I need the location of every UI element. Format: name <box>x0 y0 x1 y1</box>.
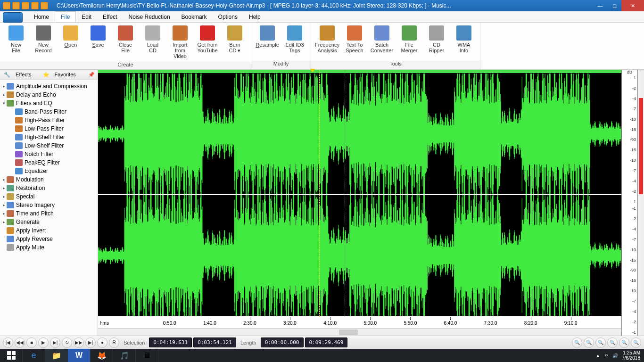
expand-icon[interactable]: ▾ <box>1 101 7 106</box>
tab-edit[interactable]: Edit <box>76 12 97 22</box>
ripper-button[interactable]: CDRipper <box>423 25 450 54</box>
tray-flag-icon[interactable]: 🏳 <box>604 353 609 358</box>
tree-node[interactable]: ▾Filters and EQ <box>1 99 97 107</box>
scrollbar-thumb[interactable] <box>339 329 358 335</box>
expand-icon[interactable]: ▸ <box>1 211 7 216</box>
transport-button-5[interactable]: ↻ <box>62 337 72 348</box>
tree-node[interactable]: ▸Stereo Imagery <box>1 201 97 209</box>
channel-right[interactable] <box>98 195 621 317</box>
tray-volume-icon[interactable]: 🔊 <box>612 353 618 358</box>
tree-node[interactable]: Low-Pass Filter <box>1 124 97 133</box>
tree-node[interactable]: ▸Amplitude and Compression <box>1 82 97 90</box>
transport-button-1[interactable]: ◀◀ <box>15 337 25 348</box>
wma-button[interactable]: WMAInfo <box>451 25 477 54</box>
tab-file[interactable]: File <box>55 11 76 22</box>
overview-marker-icon[interactable] <box>310 69 315 73</box>
tree-node[interactable]: ▸Special <box>1 192 97 201</box>
qat-icon[interactable] <box>12 2 20 9</box>
playhead-cursor[interactable] <box>319 70 320 336</box>
zoom-in-button[interactable]: 🔍 <box>572 337 582 348</box>
expand-icon[interactable]: ▸ <box>1 194 7 199</box>
waveform-channels[interactable] <box>98 74 621 317</box>
zoom-out-button[interactable]: 🔍 <box>584 337 594 348</box>
tree-node[interactable]: High-Pass Filter <box>1 116 97 124</box>
taskbar-word-icon[interactable]: W <box>68 349 91 362</box>
import-video-button[interactable]: Importfrom Video <box>167 25 193 60</box>
qat-icon[interactable] <box>3 2 10 9</box>
qat-icon[interactable] <box>41 2 48 9</box>
tree-node[interactable]: Low-Shelf Filter <box>1 141 97 150</box>
qat-icon[interactable] <box>22 2 29 9</box>
taskbar-clock[interactable]: 1:25 AM 7/6/2018 <box>622 350 640 361</box>
save-button[interactable]: Save <box>85 25 111 49</box>
open-button[interactable]: Open <box>58 25 84 49</box>
channel-left[interactable] <box>98 74 621 195</box>
burn-cd-button[interactable]: BurnCD ▾ <box>222 25 248 55</box>
tts-button[interactable]: Text ToSpeech <box>341 25 368 54</box>
expand-icon[interactable]: ▸ <box>1 84 7 89</box>
transport-button-7[interactable]: ▶| <box>85 337 96 348</box>
transport-button-4[interactable]: ▶| <box>50 337 60 348</box>
tree-node[interactable]: Equalizer <box>1 167 97 175</box>
taskbar-firefox-icon[interactable]: 🦊 <box>91 349 113 362</box>
close-file-button[interactable]: CloseFile <box>112 25 139 54</box>
start-button[interactable] <box>0 349 23 362</box>
expand-icon[interactable]: ▸ <box>1 186 7 190</box>
transport-button-6[interactable]: ▶▶ <box>74 337 84 348</box>
tray-chevron-icon[interactable]: ▲ <box>595 353 600 358</box>
tree-node[interactable]: ▸Time and Pitch <box>1 209 97 218</box>
taskbar-app-icon[interactable]: 🎵 <box>113 349 136 362</box>
qat-icon[interactable] <box>31 2 39 9</box>
zoom-full-button[interactable]: 🔍 <box>619 337 629 348</box>
zoom-fit-button[interactable]: 🔍 <box>607 337 618 348</box>
close-button[interactable]: ✕ <box>621 0 644 11</box>
tree-node[interactable]: ▸Generate <box>1 218 97 226</box>
tree-node[interactable]: ▸Modulation <box>1 175 97 184</box>
timeline-ruler[interactable]: hms0:50.01:40.02:30.03:20.04:10.05:00.05… <box>98 317 621 328</box>
pin-icon[interactable]: 📌 <box>84 71 98 79</box>
tree-node[interactable]: Apply Reverse <box>1 235 97 243</box>
tree-node[interactable]: ▸Delay and Echo <box>1 90 97 99</box>
transport-button-9[interactable]: R <box>109 337 119 348</box>
tab-bookmark[interactable]: Bookmark <box>176 12 213 22</box>
tab-options[interactable]: Options <box>213 12 243 22</box>
tree-node[interactable]: Apply Invert <box>1 226 97 235</box>
load-cd-button[interactable]: LoadCD <box>140 25 166 54</box>
merger-button[interactable]: FileMerger <box>396 25 422 54</box>
new-record-button[interactable]: NewRecord <box>30 25 57 54</box>
tree-node[interactable]: High-Shelf Filter <box>1 133 97 141</box>
expand-icon[interactable]: ▸ <box>1 92 7 97</box>
resample-button[interactable]: Resample <box>254 25 281 49</box>
transport-button-3[interactable]: ▶ <box>38 337 49 348</box>
freq-analysis-button[interactable]: FrequencyAnalysis <box>314 25 340 54</box>
expand-icon[interactable]: ▸ <box>1 177 7 182</box>
tab-home[interactable]: Home <box>28 12 55 22</box>
edit-id3-button[interactable]: Edit ID3Tags <box>281 25 308 54</box>
transport-button-2[interactable]: ■ <box>26 337 37 348</box>
side-tab-favorites[interactable]: ⭐ Favorites <box>39 71 83 79</box>
app-menu-button[interactable] <box>3 12 23 23</box>
minimize-button[interactable]: — <box>593 0 607 11</box>
side-tab-effects[interactable]: 🔧 Effects <box>0 71 39 79</box>
taskbar-ie-icon[interactable]: e <box>23 349 45 362</box>
tree-node[interactable]: Apply Mute <box>1 243 97 252</box>
tree-node[interactable]: Band-Pass Filter <box>1 107 97 116</box>
tree-node[interactable]: Notch Filter <box>1 150 97 158</box>
tab-effect[interactable]: Effect <box>97 12 123 22</box>
expand-icon[interactable]: ▸ <box>1 203 7 207</box>
tree-node[interactable]: PeakEQ Filter <box>1 158 97 167</box>
new-file-button[interactable]: NewFile <box>3 25 29 54</box>
horizontal-scrollbar[interactable] <box>98 328 621 336</box>
taskbar-app2-icon[interactable]: 🖥 <box>136 349 158 362</box>
youtube-button[interactable]: Get fromYouTube <box>194 25 221 54</box>
zoom-v-button[interactable]: 🔍 <box>631 337 641 348</box>
zoom-sel-button[interactable]: 🔍 <box>595 337 606 348</box>
tree-node[interactable]: ▸Restoration <box>1 184 97 192</box>
tab-help[interactable]: Help <box>243 12 266 22</box>
overview-bar[interactable] <box>98 70 621 74</box>
transport-button-8[interactable]: ● <box>97 337 107 348</box>
tab-noise-reduction[interactable]: Noise Reduction <box>123 12 176 22</box>
transport-button-0[interactable]: |◀ <box>3 337 13 348</box>
batch-button[interactable]: BatchConverter <box>369 25 395 54</box>
expand-icon[interactable]: ▸ <box>1 220 7 224</box>
